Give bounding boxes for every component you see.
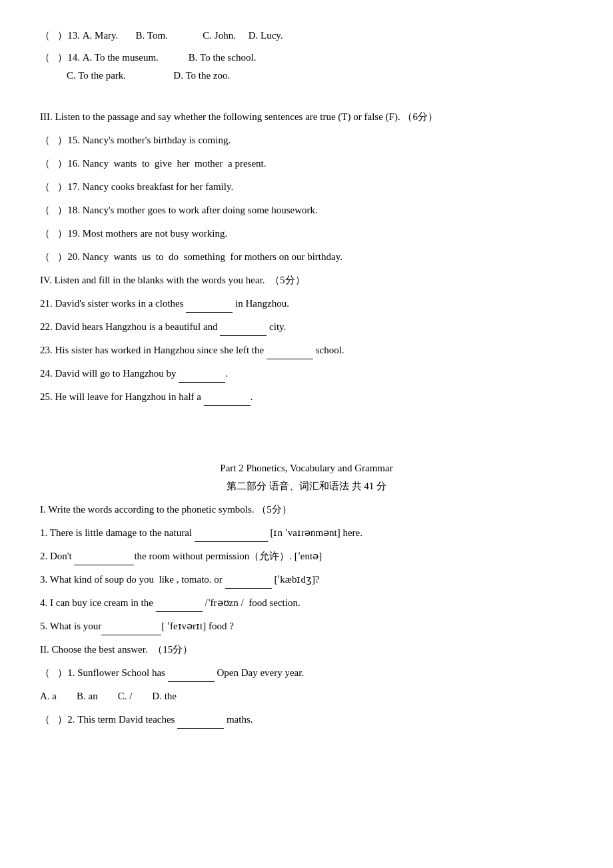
phonetic-q5: 5. What is your[ ˈfeɪvərɪt] food ? [40, 617, 573, 635]
question-18: （ ）18. Nancy's mother goes to work after… [40, 201, 573, 219]
phonetic-q1: 1. There is little damage to the natural… [40, 524, 573, 542]
q14-line1: （ ）14. A. To the museum. B. To the schoo… [40, 49, 573, 67]
section-3: III. Listen to the passage and say wheth… [40, 108, 573, 266]
question-22: 22. David hears Hangzhou is a beautiful … [40, 318, 573, 336]
question-23: 23. His sister has worked in Hangzhou si… [40, 341, 573, 359]
option-a: A. a [40, 687, 57, 705]
best-q1-options: A. a B. an C. / D. the [40, 687, 573, 705]
section5-title: I. Write the words according to the phon… [40, 501, 573, 519]
blank-22[interactable] [220, 326, 267, 336]
section-best-answer: II. Choose the best answer. （15分） （ ）1. … [40, 641, 573, 729]
section4-title: IV. Listen and fill in the blanks with t… [40, 271, 573, 289]
blank-b2[interactable] [177, 719, 224, 729]
question-16: （ ）16. Nancy wants to give her mother a … [40, 155, 573, 173]
section-4: IV. Listen and fill in the blanks with t… [40, 271, 573, 406]
exam-content: （ ）13. A. Mary. B. Tom. C. John. D. Lucy… [40, 27, 573, 729]
q13-label: （ ）13. A. Mary. B. Tom. C. John. D. Lucy… [40, 27, 283, 45]
q14-line2: C. To the park. D. To the zoo. [67, 67, 573, 85]
phonetic-q3: 3. What kind of soup do you like , tomat… [40, 571, 573, 589]
blank-p3[interactable] [225, 579, 272, 589]
question-17: （ ）17. Nancy cooks breakfast for her fam… [40, 178, 573, 196]
blank-24[interactable] [179, 373, 225, 383]
option-b: B. an [77, 687, 98, 705]
blank-p2[interactable] [74, 555, 134, 565]
option-d: D. the [152, 687, 177, 705]
phonetic-q4: 4. I can buy ice cream in the /ˈfrəʊzn /… [40, 594, 573, 612]
blank-p4[interactable] [156, 602, 203, 612]
part2-title-en: Part 2 Phonetics, Vocabulary and Grammar… [40, 459, 573, 495]
blank-23[interactable] [267, 349, 313, 359]
best-q2: （ ）2. This term David teaches maths. [40, 711, 573, 729]
blank-p5[interactable] [101, 625, 161, 635]
question-21: 21. David's sister works in a clothes in… [40, 295, 573, 313]
question-25: 25. He will leave for Hangzhou in half a… [40, 388, 573, 406]
question-14: （ ）14. A. To the museum. B. To the schoo… [40, 49, 573, 85]
blank-b1[interactable] [168, 672, 215, 682]
section-phonetics: I. Write the words according to the phon… [40, 501, 573, 635]
blank-p1[interactable] [195, 532, 268, 542]
question-19: （ ）19. Most mothers are not busy working… [40, 225, 573, 243]
best-q1: （ ）1. Sunflower School has Open Day ever… [40, 664, 573, 682]
blank-25[interactable] [204, 396, 251, 406]
option-c: C. / [118, 687, 133, 705]
section3-title: III. Listen to the passage and say wheth… [40, 108, 573, 126]
question-13: （ ）13. A. Mary. B. Tom. C. John. D. Lucy… [40, 27, 573, 45]
question-24: 24. David will go to Hangzhou by . [40, 365, 573, 383]
phonetic-q2: 2. Don't the room without permission（允许）… [40, 547, 573, 565]
blank-21[interactable] [186, 303, 233, 313]
question-15: （ ）15. Nancy's mother's birthday is comi… [40, 131, 573, 149]
section6-title: II. Choose the best answer. （15分） [40, 641, 573, 659]
question-20: （ ）20. Nancy wants us to do something fo… [40, 248, 573, 266]
